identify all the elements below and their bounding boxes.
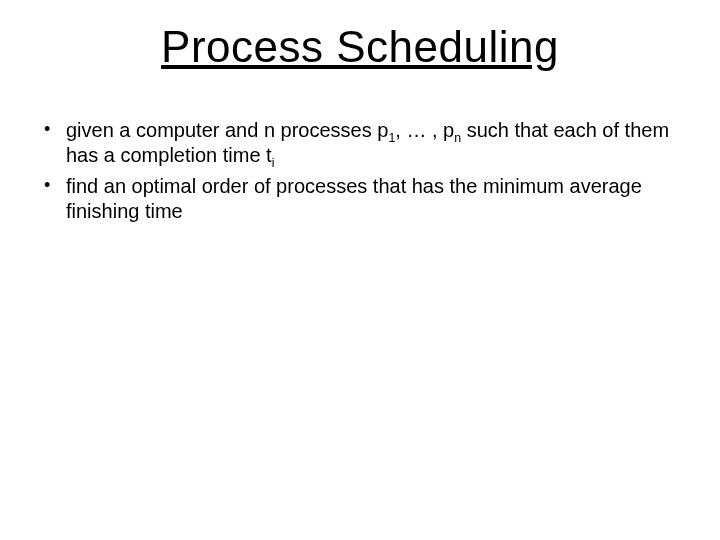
bullet-text-fragment: , … , p (395, 119, 454, 141)
slide: Process Scheduling given a computer and … (0, 0, 720, 540)
bullet-item: given a computer and n processes p1, … ,… (38, 118, 686, 168)
bullet-text-fragment: given a computer and n processes p (66, 119, 388, 141)
bullet-list: given a computer and n processes p1, … ,… (38, 118, 686, 224)
slide-body: given a computer and n processes p1, … ,… (38, 118, 686, 230)
slide-title: Process Scheduling (0, 22, 720, 72)
subscript: i (272, 156, 275, 170)
bullet-item: find an optimal order of processes that … (38, 174, 686, 224)
bullet-text: find an optimal order of processes that … (66, 175, 642, 222)
